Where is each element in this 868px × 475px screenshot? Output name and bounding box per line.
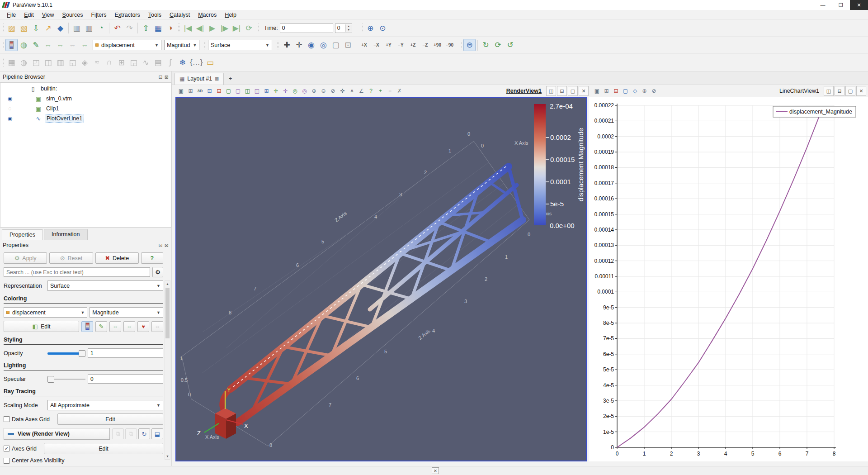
- warp-icon[interactable]: ∩: [103, 57, 115, 69]
- render-view-background[interactable]: [175, 97, 587, 461]
- block-colors-icon[interactable]: ◍: [18, 39, 30, 51]
- menu-sources[interactable]: Sources: [58, 11, 87, 19]
- zoom-to-box-icon[interactable]: ⊡: [205, 86, 214, 95]
- zoom-out-icon[interactable]: ⊙: [377, 22, 389, 34]
- tab-layout-1[interactable]: ▦ Layout #1 ⊠: [175, 73, 224, 85]
- rescale-data-range-button[interactable]: ⇔: [109, 321, 121, 332]
- axes-grid-checkbox[interactable]: ✓: [4, 446, 9, 451]
- measure-angle-icon[interactable]: ∠: [357, 86, 366, 95]
- edit-color-map-button[interactable]: ◧ Edit: [4, 321, 79, 332]
- glyph-icon[interactable]: ◍: [18, 57, 30, 69]
- globe-link-icon[interactable]: ◉: [305, 39, 317, 51]
- close-button[interactable]: ✕: [850, 0, 868, 10]
- coloring-component-combo[interactable]: Magnitude ▼: [90, 307, 163, 318]
- float-dock-icon[interactable]: ⊡: [159, 242, 163, 248]
- line-chart-canvas[interactable]: 0.000220.000210.00020.000190.000180.0001…: [589, 97, 868, 461]
- restore-button[interactable]: ❐: [832, 0, 850, 10]
- close-tab-icon[interactable]: ⊠: [215, 76, 219, 82]
- clip-icon[interactable]: ◰: [30, 57, 42, 69]
- save-data-icon[interactable]: ⇩: [30, 22, 42, 34]
- split-horizontal-button[interactable]: ◫: [546, 86, 556, 96]
- apply-button[interactable]: ⚙ Apply: [4, 252, 47, 264]
- render-view-canvas[interactable]: YXZ01234567801234567810.500X AxisX AxisY…: [175, 97, 587, 461]
- select-cells-on-icon[interactable]: ▢: [224, 86, 233, 95]
- interactive-select-points-icon[interactable]: ✛: [281, 86, 290, 95]
- toggle-color-legend-icon[interactable]: [5, 39, 18, 51]
- shrink-selection-icon[interactable]: ⊖: [319, 86, 328, 95]
- camera-plus-y-icon[interactable]: +Y: [382, 39, 395, 51]
- last-frame-icon[interactable]: ▶|: [231, 22, 243, 34]
- paste-view-settings-icon[interactable]: ⧉: [125, 428, 137, 439]
- select-points-on-icon[interactable]: ▢: [233, 86, 243, 95]
- close-dock-icon[interactable]: ⊠: [165, 74, 169, 80]
- opacity-input[interactable]: [88, 348, 163, 358]
- pop-out-view-button[interactable]: ▢: [845, 86, 855, 96]
- select-sphere-icon[interactable]: ◎: [317, 39, 330, 51]
- component-selector[interactable]: Magnitud ▼: [164, 40, 199, 50]
- split-vertical-button[interactable]: ⊟: [557, 86, 567, 96]
- hover-points-icon[interactable]: ◎: [300, 86, 309, 95]
- search-options-button[interactable]: ⚙: [152, 267, 163, 277]
- rescale-visible-range-icon[interactable]: ⇔: [79, 39, 91, 51]
- scaling-mode-combo[interactable]: All Approximate ▼: [47, 400, 163, 410]
- group-datasets-icon[interactable]: ⊞: [115, 57, 127, 69]
- menu-edit[interactable]: Edit: [20, 11, 38, 19]
- close-dock-icon[interactable]: ⊠: [165, 242, 169, 248]
- data-axes-grid-checkbox[interactable]: [4, 416, 9, 422]
- center-axes-checkbox[interactable]: [4, 458, 9, 464]
- camera-plus-x-icon[interactable]: +X: [358, 39, 370, 51]
- load-state-icon[interactable]: ⇧: [140, 22, 152, 34]
- menu-tools[interactable]: Tools: [144, 11, 165, 19]
- time-input[interactable]: [280, 24, 333, 33]
- toggle-2d-3d-button[interactable]: 3D: [195, 86, 205, 95]
- chart-background[interactable]: [589, 97, 868, 461]
- connect-server-icon[interactable]: ▥: [71, 22, 83, 34]
- save-screenshot-icon[interactable]: ▣: [592, 86, 602, 95]
- opacity-slider[interactable]: [47, 349, 85, 357]
- frame-down-icon[interactable]: ▼: [346, 28, 352, 32]
- frame-up-icon[interactable]: ▲: [346, 24, 352, 28]
- slice-icon[interactable]: ◫: [42, 57, 54, 69]
- spreadsheet-icon[interactable]: ▤: [152, 57, 164, 69]
- rescale-temporal-range-button[interactable]: ⇔: [151, 321, 163, 332]
- menu-catalyst[interactable]: Catalyst: [165, 11, 194, 19]
- camera-plus-z-icon[interactable]: +Z: [407, 39, 419, 51]
- scrollbar-thumb[interactable]: [165, 288, 170, 338]
- stream-tracer-icon[interactable]: ≈: [91, 57, 103, 69]
- loop-icon[interactable]: ⟳: [243, 22, 255, 34]
- delete-button[interactable]: ✖ Delete: [95, 252, 139, 264]
- interactive-select-cells-icon[interactable]: ✛: [271, 86, 281, 95]
- rotate-90-cw-icon[interactable]: +90: [431, 39, 443, 51]
- select-cells-through-icon[interactable]: ◫: [243, 86, 252, 95]
- visibility-eye-icon[interactable]: ◉: [6, 95, 14, 102]
- select-points-through-icon[interactable]: ◫: [252, 86, 262, 95]
- rotate-90-ccw-icon[interactable]: −90: [443, 39, 456, 51]
- choose-preset-button[interactable]: ♥: [137, 321, 149, 332]
- extract-subset-icon[interactable]: ◱: [66, 57, 79, 69]
- previous-frame-icon[interactable]: ◀|: [194, 22, 206, 34]
- save-file-icon[interactable]: ▧: [18, 22, 30, 34]
- threshold-icon[interactable]: ▥: [54, 57, 66, 69]
- close-view-button[interactable]: ✕: [856, 86, 866, 96]
- scroll-down-icon[interactable]: ▼: [165, 453, 170, 459]
- adjust-view-icon[interactable]: ⊞: [602, 86, 611, 95]
- scroll-up-icon[interactable]: ▲: [165, 281, 170, 287]
- help-button[interactable]: ?: [141, 252, 163, 264]
- visibility-eye-icon[interactable]: ◌: [6, 105, 14, 112]
- redo-icon[interactable]: ↷: [123, 22, 136, 34]
- add-annotation-icon[interactable]: +: [376, 86, 385, 95]
- pipeline-item-clip1[interactable]: ◌▣Clip1: [0, 104, 171, 114]
- pipeline-item-builtin[interactable]: ▯builtin:: [0, 84, 171, 94]
- calculator-icon[interactable]: ▦: [5, 57, 18, 69]
- save-view-defaults-icon[interactable]: ⬓: [151, 428, 163, 439]
- reset-session-icon[interactable]: ◔: [95, 22, 107, 34]
- rotate-view-ccw-icon[interactable]: ↺: [504, 39, 516, 51]
- first-frame-icon[interactable]: |◀: [182, 22, 194, 34]
- visibility-eye-icon[interactable]: ◉: [6, 115, 14, 122]
- clear-chart-selection-icon[interactable]: ⊘: [649, 86, 659, 95]
- probe-location-icon[interactable]: ✜: [338, 86, 347, 95]
- zoom-closest-icon[interactable]: ⊜: [463, 39, 476, 51]
- specular-slider[interactable]: [47, 375, 85, 383]
- pipeline-item-sim-0-vtm[interactable]: ◉▣sim_0.vtm: [0, 94, 171, 104]
- color-bar[interactable]: [534, 104, 546, 225]
